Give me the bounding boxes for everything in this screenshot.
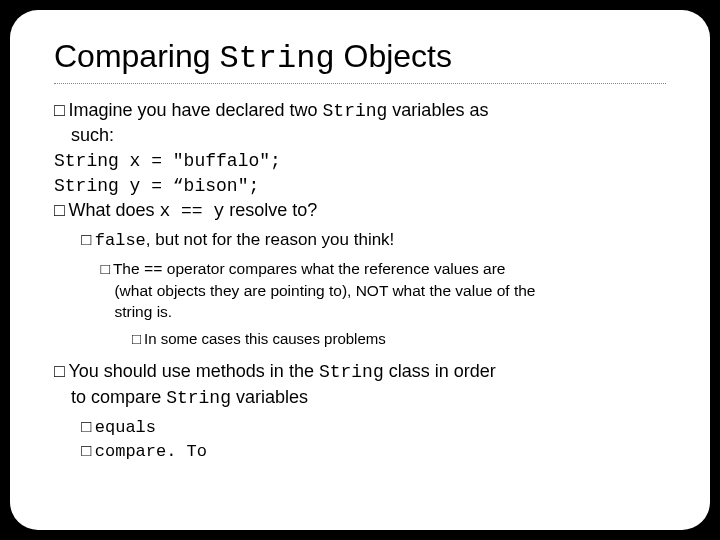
body: □Imagine you have declared two String va… [54,98,666,464]
bullet-line-4: □The == operator compares what the refer… [101,259,667,281]
bullet-line-7: □equals [81,416,666,440]
bullet-line-8: □compare. To [81,440,666,464]
text-code: x == y [159,201,224,221]
text: variables as [387,100,488,120]
slide: Comparing String Objects □Imagine you ha… [10,10,710,530]
text: You should use methods in the [68,361,319,381]
bullet-line-6-cont: to compare String variables [71,385,666,410]
bullet-line-2: □What does x == y resolve to? [54,198,666,223]
text: , but not for the reason you think! [146,230,395,249]
text-code: String x = "buffalo"; [54,151,281,171]
text-code: String [323,101,388,121]
title-pre: Comparing [54,38,219,74]
title-code: String [219,40,334,77]
bullet-line-4-cont: (what objects they are pointing to), NOT… [114,281,666,302]
text: Imagine you have declared two [68,100,322,120]
bullet-line-3: □false, but not for the reason you think… [81,229,666,253]
square-bullet-icon: □ [81,440,95,463]
text: resolve to? [224,200,317,220]
text: string is. [114,303,172,320]
bullet-line-1: □Imagine you have declared two String va… [54,98,666,123]
text: The [113,260,144,277]
bullet-line-1-cont: such: [71,123,666,147]
square-bullet-icon: □ [101,259,113,280]
bullet-line-5: □In some cases this causes problems [132,329,666,349]
slide-title: Comparing String Objects [54,38,666,77]
text-code: equals [95,418,156,437]
text: to compare [71,387,166,407]
text: operator compares what the reference val… [163,260,506,277]
text-code: String y = “bison"; [54,176,259,196]
bullet-line-6: □You should use methods in the String cl… [54,359,666,384]
code-line-2: String y = “bison"; [54,173,666,198]
square-bullet-icon: □ [132,329,144,349]
text-code: String [166,388,231,408]
square-bullet-icon: □ [54,98,68,122]
title-post: Objects [335,38,452,74]
bullet-line-4-cont2: string is. [114,302,666,323]
square-bullet-icon: □ [54,198,68,222]
square-bullet-icon: □ [81,416,95,439]
text: What does [68,200,159,220]
text: In some cases this causes problems [144,330,386,347]
text-code: compare. To [95,442,207,461]
text-code: == [144,261,163,279]
text: such: [71,125,114,145]
text-code: false [95,231,146,250]
text: variables [231,387,308,407]
text: (what objects they are pointing to), NOT… [114,282,535,299]
text: class in order [384,361,496,381]
square-bullet-icon: □ [54,359,68,383]
text-code: String [319,362,384,382]
title-underline [54,83,666,84]
square-bullet-icon: □ [81,229,95,252]
code-line-1: String x = "buffalo"; [54,148,666,173]
